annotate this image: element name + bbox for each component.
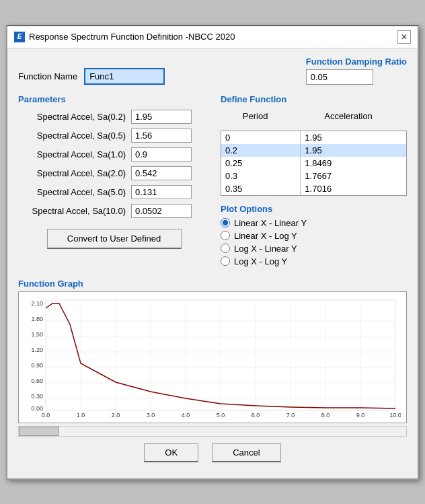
title-bar: E Response Spectrum Function Definition … (7, 26, 418, 48)
radio-log-x-linear-y[interactable]: Log X - Linear Y (221, 244, 407, 254)
close-button[interactable]: ✕ (397, 30, 411, 44)
radio-linear-x-linear-y[interactable]: Linear X - Linear Y (221, 218, 407, 228)
x-label: 2.0 (112, 412, 120, 419)
x-label: 4.0 (182, 412, 190, 419)
app-icon: E (14, 32, 25, 42)
param-row-sa50: Spectral Accel, Sa(5.0) (18, 185, 210, 199)
plot-options-title: Plot Options (221, 204, 407, 214)
param-label-sa05: Spectral Accel, Sa(0.5) (18, 131, 126, 141)
param-input-sa02[interactable] (131, 110, 192, 124)
y-label: 1.50 (31, 331, 43, 338)
param-label-sa20: Spectral Accel, Sa(2.0) (18, 168, 126, 178)
period-cell: 0.25 (221, 157, 301, 170)
param-row-sa100: Spectral Accel, Sa(10.0) (18, 204, 210, 218)
accel-cell: 1.7016 (301, 182, 406, 195)
y-label: 0.90 (31, 362, 43, 369)
x-label: 8.0 (321, 412, 330, 419)
x-label: 1.0 (77, 412, 85, 419)
dialog-content: Function Name Function Damping Ratio Par… (7, 48, 418, 478)
period-cell: 0.2 (221, 144, 301, 157)
y-label: 1.20 (31, 347, 43, 353)
cancel-button[interactable]: Cancel (212, 443, 280, 462)
param-input-sa20[interactable] (131, 166, 192, 180)
table-row[interactable]: 0.3 1.7667 (221, 170, 406, 182)
graph-title: Function Graph (18, 279, 407, 289)
radio-linear-x-log-y[interactable]: Linear X - Log Y (221, 231, 407, 241)
graph-scrollbar[interactable] (18, 426, 407, 437)
x-label: 5.0 (217, 412, 225, 419)
convert-button[interactable]: Convert to User Defined (47, 229, 182, 249)
accel-cell: 1.95 (301, 144, 406, 157)
y-label: 1.80 (31, 316, 43, 322)
col-header-period: Period (221, 110, 290, 122)
main-columns: Parameters Spectral Accel, Sa(0.2) Spect… (18, 94, 407, 269)
table-row[interactable]: 0.25 1.8469 (221, 157, 406, 170)
data-table: 0 1.95 0.2 1.95 0.25 1.8469 (221, 131, 406, 195)
radio-label-log-log: Log X - Log Y (234, 256, 287, 266)
radio-label-log-linear: Log X - Linear Y (234, 244, 297, 254)
plot-options-panel: Plot Options Linear X - Linear Y Linear … (221, 204, 407, 266)
radio-input-linear-linear[interactable] (221, 218, 230, 227)
y-label: 0.30 (31, 393, 43, 400)
table-row[interactable]: 0 1.95 (221, 131, 406, 144)
define-function-table-header: Period Acceleration (221, 110, 407, 122)
param-label-sa100: Spectral Accel, Sa(10.0) (18, 206, 126, 216)
top-row: Function Name Function Damping Ratio (18, 57, 407, 85)
param-label-sa50: Spectral Accel, Sa(5.0) (18, 187, 126, 197)
damping-label: Function Damping Ratio (306, 57, 407, 67)
radio-log-x-log-y[interactable]: Log X - Log Y (221, 256, 407, 266)
period-cell: 0.35 (221, 182, 301, 195)
param-input-sa100[interactable] (131, 204, 192, 218)
radio-input-linear-log[interactable] (221, 231, 230, 240)
table-row[interactable]: 0.35 1.7016 (221, 182, 406, 195)
y-label: 0.60 (31, 377, 43, 384)
radio-input-log-linear[interactable] (221, 244, 230, 253)
accel-cell: 1.8469 (301, 157, 406, 170)
y-label: 2.10 (31, 300, 43, 307)
accel-cell: 1.95 (301, 131, 406, 144)
table-row[interactable]: 0.2 1.95 (221, 144, 406, 157)
col-header-accel: Acceleration (290, 110, 407, 122)
param-row-sa05: Spectral Accel, Sa(0.5) (18, 129, 210, 143)
scrollbar-thumb[interactable] (19, 427, 59, 436)
define-function-data[interactable]: 0 1.95 0.2 1.95 0.25 1.8469 (221, 131, 407, 196)
period-cell: 0.3 (221, 170, 301, 182)
radio-label-linear-log: Linear X - Log Y (234, 231, 297, 241)
param-row-sa10: Spectral Accel, Sa(1.0) (18, 147, 210, 161)
graph-wrapper: 2.10 1.80 1.50 1.20 0.90 0.60 0.30 0.00 (18, 291, 407, 423)
right-panel: Define Function Period Acceleration 0 (221, 94, 407, 269)
param-row-sa02: Spectral Accel, Sa(0.2) (18, 110, 210, 124)
define-function-title: Define Function (221, 94, 407, 104)
function-name-label: Function Name (18, 71, 77, 81)
x-label: 0.0 (42, 412, 50, 419)
parameters-panel: Parameters Spectral Accel, Sa(0.2) Spect… (18, 94, 210, 269)
ok-button[interactable]: OK (144, 443, 198, 462)
window-title: Response Spectrum Function Definition -N… (29, 32, 235, 42)
period-cell: 0 (221, 131, 301, 144)
function-name-input[interactable] (84, 68, 165, 85)
x-label: 7.0 (286, 412, 295, 419)
param-label-sa10: Spectral Accel, Sa(1.0) (18, 149, 126, 159)
param-label-sa02: Spectral Accel, Sa(0.2) (18, 112, 126, 122)
function-graph-section: Function Graph 2.10 1.80 1.50 1.20 0.90 … (18, 279, 407, 437)
graph-svg: 2.10 1.80 1.50 1.20 0.90 0.60 0.30 0.00 (24, 297, 401, 419)
radio-input-log-log[interactable] (221, 256, 230, 266)
param-input-sa05[interactable] (131, 129, 192, 143)
param-row-sa20: Spectral Accel, Sa(2.0) (18, 166, 210, 180)
dialog-window: E Response Spectrum Function Definition … (6, 25, 419, 480)
x-label: 3.0 (147, 412, 155, 419)
parameters-title: Parameters (18, 94, 210, 104)
param-input-sa10[interactable] (131, 147, 192, 161)
param-input-sa50[interactable] (131, 185, 192, 199)
x-label: 9.0 (356, 412, 365, 419)
radio-label-linear-linear: Linear X - Linear Y (234, 218, 307, 228)
x-label: 6.0 (252, 412, 260, 419)
y-label: 0.00 (31, 405, 43, 412)
damping-input[interactable] (306, 69, 373, 85)
bottom-buttons: OK Cancel (18, 437, 407, 470)
x-label: 10.0 (389, 412, 401, 419)
accel-cell: 1.7667 (301, 170, 406, 182)
